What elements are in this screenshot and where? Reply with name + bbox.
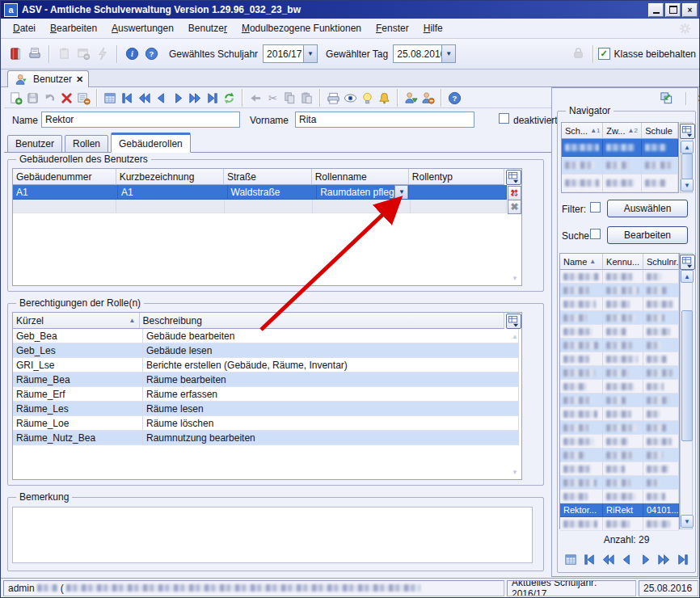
school-year-combo[interactable]: 2016/17 ▼ bbox=[263, 44, 318, 63]
dataset-icon[interactable] bbox=[563, 552, 579, 567]
table-row[interactable] bbox=[560, 448, 679, 462]
table-row[interactable]: Räume_LoeRäume löschen bbox=[13, 416, 521, 431]
table-row[interactable]: Räume_BeaRäume bearbeiten bbox=[13, 373, 521, 387]
table-row[interactable] bbox=[560, 517, 679, 531]
menu-modulbezogene-funktionen[interactable]: Modulbezogene Funktionen bbox=[236, 21, 367, 36]
help-icon[interactable]: ? bbox=[143, 46, 159, 62]
table-row[interactable]: Geb_LesGebäude lesen bbox=[13, 343, 521, 358]
table-row[interactable] bbox=[560, 462, 679, 476]
tab-close-icon[interactable]: ✕ bbox=[76, 74, 83, 85]
menu-auswertungen[interactable]: Auswertungen bbox=[106, 21, 179, 36]
close-button[interactable]: × bbox=[682, 3, 698, 17]
nav-prev-fast-icon[interactable] bbox=[601, 552, 616, 567]
delete-row-button[interactable]: ✖ bbox=[508, 200, 521, 214]
table-row[interactable] bbox=[562, 139, 678, 157]
nav-next-icon[interactable] bbox=[171, 91, 186, 106]
menu-datei[interactable]: Datei bbox=[7, 21, 41, 36]
nav-last-icon[interactable] bbox=[675, 552, 690, 567]
tab-benutzer[interactable]: Benutzer ✕ bbox=[7, 70, 89, 87]
table-row[interactable] bbox=[560, 311, 679, 325]
scroll-up-icon[interactable]: ▲ bbox=[681, 270, 694, 283]
nav-first-icon[interactable] bbox=[582, 552, 597, 567]
table-row[interactable] bbox=[560, 352, 679, 366]
school-table-scrollbar[interactable]: ▲ ▼ bbox=[680, 122, 693, 193]
rollenname-dropdown-icon[interactable]: ▼ bbox=[394, 185, 408, 200]
table-row[interactable]: ✖ bbox=[13, 200, 521, 213]
table-row-selected-user[interactable]: Rektor...RiRekt04101... bbox=[560, 503, 679, 517]
user-table-scrollbar[interactable]: ▲ ▼ bbox=[680, 253, 693, 529]
table-row[interactable] bbox=[560, 284, 679, 297]
table-row[interactable] bbox=[560, 339, 679, 352]
delete-record-icon[interactable] bbox=[59, 91, 74, 106]
maximize-button[interactable] bbox=[665, 3, 681, 17]
refresh-icon[interactable] bbox=[221, 91, 237, 106]
nav-next-icon[interactable] bbox=[638, 552, 653, 567]
table-row[interactable] bbox=[560, 270, 679, 284]
column-chooser-icon[interactable] bbox=[506, 170, 521, 185]
chevron-down-icon[interactable]: ▼ bbox=[441, 45, 455, 62]
menu-hilfe[interactable]: Hilfe bbox=[418, 21, 449, 36]
subtab-benutzer[interactable]: Benutzer bbox=[7, 135, 62, 153]
print-icon[interactable] bbox=[326, 91, 341, 106]
form-remove-icon[interactable] bbox=[76, 91, 91, 106]
remark-textarea[interactable] bbox=[12, 507, 533, 563]
scroll-down-icon[interactable]: ▼ bbox=[509, 466, 521, 478]
detach-icon[interactable] bbox=[659, 91, 674, 106]
table-row[interactable]: Räume_LesRäume lesen bbox=[13, 402, 521, 416]
table-row[interactable] bbox=[560, 366, 679, 380]
user-remove-icon[interactable] bbox=[420, 91, 436, 106]
scroll-down-icon[interactable]: ▼ bbox=[681, 179, 694, 192]
column-chooser-icon[interactable] bbox=[680, 255, 695, 270]
menu-fenster[interactable]: Fenster bbox=[370, 21, 415, 36]
table-row[interactable] bbox=[562, 175, 678, 192]
scroll-up-icon[interactable]: ▲ bbox=[509, 331, 521, 342]
preview-eye-icon[interactable] bbox=[343, 91, 358, 106]
deaktiviert-checkbox[interactable] bbox=[499, 113, 509, 124]
table-row[interactable] bbox=[560, 421, 679, 435]
table-row[interactable] bbox=[560, 394, 679, 407]
bearbeiten-button[interactable]: Bearbeiten bbox=[607, 226, 688, 244]
filter-checkbox[interactable] bbox=[590, 202, 601, 213]
notification-bell-icon[interactable] bbox=[377, 91, 392, 106]
scroll-down-icon[interactable]: ▼ bbox=[681, 515, 694, 528]
nav-prev-icon[interactable] bbox=[154, 91, 169, 106]
table-row[interactable]: Räume_Nutz_BeaRaumnutzung bearbeiten bbox=[13, 431, 521, 445]
nav-prev-icon[interactable] bbox=[619, 552, 635, 567]
auswaehlen-button[interactable]: Auswählen bbox=[607, 200, 688, 217]
table-row[interactable] bbox=[560, 407, 679, 421]
new-record-icon[interactable] bbox=[8, 91, 23, 106]
table-row[interactable]: A1A1WaldstraßeRaumdaten pflegen▼✖ bbox=[13, 185, 521, 200]
day-combo[interactable]: 25.08.2016 ▼ bbox=[393, 44, 456, 63]
table-row[interactable]: GRI_LseBerichte erstellen (Gebäude, Räum… bbox=[13, 358, 521, 373]
scroll-up-icon[interactable]: ▲ bbox=[681, 141, 694, 154]
table-row[interactable] bbox=[560, 325, 679, 339]
chevron-down-icon[interactable]: ▼ bbox=[303, 45, 317, 62]
minimize-button[interactable] bbox=[648, 3, 664, 17]
nav-next-fast-icon[interactable] bbox=[188, 91, 203, 106]
column-chooser-icon[interactable] bbox=[680, 124, 695, 139]
name-input[interactable]: Rektor bbox=[41, 112, 240, 128]
suche-checkbox[interactable] bbox=[590, 229, 601, 239]
info-icon[interactable]: i bbox=[124, 46, 140, 62]
scroll-down-icon[interactable]: ▼ bbox=[509, 272, 521, 284]
scroll-up-icon[interactable]: ▲ bbox=[509, 187, 521, 198]
menu-bearbeiten[interactable]: Bearbeiten bbox=[44, 21, 103, 36]
help-icon[interactable]: ? bbox=[447, 91, 462, 106]
user-add-icon[interactable] bbox=[403, 91, 419, 106]
table-row[interactable] bbox=[560, 435, 679, 448]
table-row[interactable] bbox=[560, 490, 679, 503]
nav-first-icon[interactable] bbox=[120, 91, 135, 106]
hint-bulb-icon[interactable] bbox=[360, 91, 375, 106]
menu-benutzer[interactable]: Benutzer bbox=[183, 21, 233, 36]
table-row[interactable]: Geb_BeaGebäude bearbeiten bbox=[13, 329, 521, 343]
report-icon[interactable] bbox=[27, 46, 43, 62]
keep-class-checkbox[interactable]: ✓ bbox=[598, 48, 610, 60]
column-chooser-icon[interactable] bbox=[506, 314, 521, 329]
module-book-icon[interactable] bbox=[7, 46, 23, 62]
title-bar[interactable]: a ASV - Amtliche Schulverwaltung Version… bbox=[1, 1, 700, 19]
table-row[interactable] bbox=[562, 157, 678, 175]
table-row[interactable] bbox=[560, 297, 679, 311]
subtab-rollen[interactable]: Rollen bbox=[65, 135, 108, 153]
nav-next-fast-icon[interactable] bbox=[656, 552, 672, 567]
nav-prev-fast-icon[interactable] bbox=[137, 91, 152, 106]
